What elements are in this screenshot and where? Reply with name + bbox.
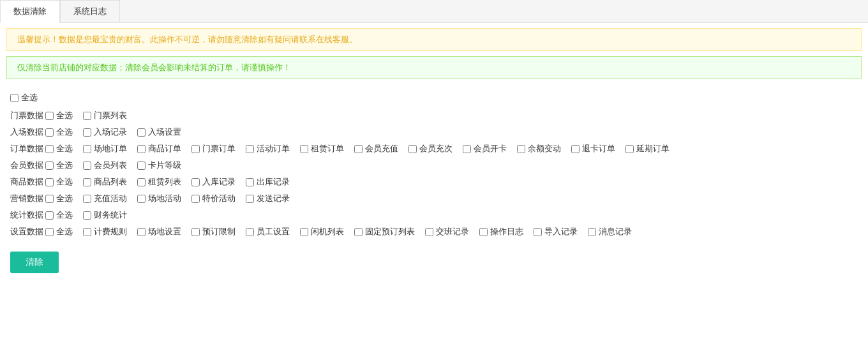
- checkbox-item-order-ticket[interactable]: 门票订单: [191, 143, 236, 154]
- checkbox-item-order-member-card[interactable]: 会员开卡: [463, 143, 507, 154]
- checkbox-label-goods-list: 商品列表: [94, 176, 127, 188]
- checkbox-goods-rental[interactable]: [137, 178, 146, 186]
- checkbox-order-balance[interactable]: [517, 145, 525, 153]
- checkbox-label-member-all: 全选: [56, 160, 73, 171]
- checkbox-order-return-card[interactable]: [571, 145, 580, 153]
- checkbox-item-setting-shift[interactable]: 交班记录: [425, 226, 469, 237]
- checkbox-item-stats-finance[interactable]: 财务统计: [83, 209, 127, 221]
- checkbox-item-goods-out[interactable]: 出库记录: [246, 176, 290, 188]
- checkbox-setting-import[interactable]: [534, 228, 542, 236]
- checkbox-ticket-all[interactable]: [45, 112, 54, 120]
- checkbox-setting-operation-log[interactable]: [479, 228, 488, 236]
- row-label-7: 设置数据: [10, 226, 45, 237]
- checkbox-setting-booking-limit[interactable]: [191, 228, 200, 236]
- checkbox-item-goods-rental[interactable]: 租赁列表: [137, 176, 181, 188]
- checkbox-label-order-return-card: 退卡订单: [582, 143, 615, 154]
- checkbox-item-member-list[interactable]: 会员列表: [83, 160, 127, 171]
- checkbox-marketing-venue[interactable]: [137, 195, 146, 203]
- checkbox-item-order-member-times[interactable]: 会员充次: [408, 143, 453, 154]
- checkbox-order-member-recharge[interactable]: [354, 145, 363, 153]
- checkbox-setting-staff[interactable]: [246, 228, 254, 236]
- checkbox-item-order-return-card[interactable]: 退卡订单: [571, 143, 615, 154]
- checkbox-setting-venue[interactable]: [137, 228, 146, 236]
- checkbox-item-setting-staff[interactable]: 员工设置: [246, 226, 290, 237]
- checkbox-item-order-activity[interactable]: 活动订单: [246, 143, 290, 154]
- select-all-item[interactable]: 全选: [10, 92, 38, 103]
- checkbox-item-setting-all[interactable]: 全选: [45, 226, 73, 237]
- checkbox-item-setting-fixed-booking[interactable]: 固定预订列表: [354, 226, 415, 237]
- checkbox-item-member-all[interactable]: 全选: [45, 160, 73, 171]
- checkbox-item-goods-in[interactable]: 入库记录: [191, 176, 236, 188]
- checkbox-setting-all[interactable]: [45, 228, 54, 236]
- checkbox-item-marketing-discount[interactable]: 特价活动: [191, 193, 236, 204]
- checkbox-item-entry-setting[interactable]: 入场设置: [137, 126, 181, 138]
- tab-system-log[interactable]: 系统日志: [60, 0, 120, 22]
- checkbox-item-marketing-venue[interactable]: 场地活动: [137, 193, 181, 204]
- checkbox-order-all[interactable]: [45, 145, 54, 153]
- checkbox-setting-message[interactable]: [588, 228, 596, 236]
- checkbox-item-order-rental[interactable]: 租赁订单: [300, 143, 344, 154]
- data-row-入场数据: 入场数据全选入场记录入场设置: [10, 126, 858, 138]
- select-all-checkbox[interactable]: [10, 94, 19, 102]
- checkbox-item-marketing-all[interactable]: 全选: [45, 193, 73, 204]
- checkbox-item-order-extend[interactable]: 延期订单: [625, 143, 670, 154]
- checkbox-setting-fixed-booking[interactable]: [354, 228, 363, 236]
- checkbox-label-entry-setting: 入场设置: [148, 126, 181, 138]
- checkbox-order-ticket[interactable]: [191, 145, 200, 153]
- checkbox-member-all[interactable]: [45, 162, 54, 170]
- checkbox-item-order-balance[interactable]: 余额变动: [517, 143, 561, 154]
- checkbox-ticket-list[interactable]: [83, 112, 91, 120]
- checkbox-marketing-recharge[interactable]: [83, 195, 91, 203]
- checkbox-label-goods-rental: 租赁列表: [148, 176, 181, 188]
- checkbox-order-venue[interactable]: [83, 145, 91, 153]
- checkbox-item-order-venue[interactable]: 场地订单: [83, 143, 127, 154]
- checkbox-item-ticket-all[interactable]: 全选: [45, 110, 73, 121]
- checkbox-item-stats-all[interactable]: 全选: [45, 209, 73, 221]
- checkbox-entry-record[interactable]: [83, 128, 91, 137]
- checkbox-order-member-times[interactable]: [408, 145, 417, 153]
- checkbox-marketing-discount[interactable]: [191, 195, 200, 203]
- checkbox-stats-finance[interactable]: [83, 211, 91, 220]
- checkbox-order-rental[interactable]: [300, 145, 308, 153]
- checkbox-setting-idle[interactable]: [300, 228, 308, 236]
- checkbox-item-marketing-send[interactable]: 发送记录: [246, 193, 290, 204]
- checkbox-item-setting-idle[interactable]: 闲机列表: [300, 226, 344, 237]
- checkbox-item-goods-list[interactable]: 商品列表: [83, 176, 127, 188]
- checkbox-member-card-level[interactable]: [137, 162, 146, 170]
- checkbox-item-setting-venue[interactable]: 场地设置: [137, 226, 181, 237]
- checkbox-item-marketing-recharge[interactable]: 充值活动: [83, 193, 127, 204]
- warning-box: 温馨提示！数据是您最宝贵的财富。此操作不可逆，请勿随意清除如有疑问请联系在线客服…: [6, 28, 862, 51]
- checkbox-goods-out[interactable]: [246, 178, 254, 186]
- checkbox-item-order-all[interactable]: 全选: [45, 143, 73, 154]
- checkbox-item-setting-operation-log[interactable]: 操作日志: [479, 226, 523, 237]
- checkbox-item-goods-all[interactable]: 全选: [45, 176, 73, 188]
- checkbox-goods-all[interactable]: [45, 178, 54, 186]
- checkbox-goods-in[interactable]: [191, 178, 200, 186]
- checkbox-item-entry-record[interactable]: 入场记录: [83, 126, 127, 138]
- checkbox-order-goods[interactable]: [137, 145, 146, 153]
- select-all-row: 全选: [10, 92, 858, 103]
- checkbox-item-order-member-recharge[interactable]: 会员充值: [354, 143, 398, 154]
- checkbox-marketing-all[interactable]: [45, 195, 54, 203]
- clear-button[interactable]: 清除: [10, 252, 59, 273]
- checkbox-goods-list[interactable]: [83, 178, 91, 186]
- checkbox-item-member-card-level[interactable]: 卡片等级: [137, 160, 181, 171]
- checkbox-member-list[interactable]: [83, 162, 91, 170]
- checkbox-item-order-goods[interactable]: 商品订单: [137, 143, 181, 154]
- checkbox-order-activity[interactable]: [246, 145, 254, 153]
- checkbox-item-entry-all[interactable]: 全选: [45, 126, 73, 138]
- checkbox-item-setting-fee[interactable]: 计费规则: [83, 226, 127, 237]
- checkbox-setting-shift[interactable]: [425, 228, 433, 236]
- checkbox-stats-all[interactable]: [45, 211, 54, 220]
- checkbox-entry-setting[interactable]: [137, 128, 146, 137]
- checkbox-item-setting-message[interactable]: 消息记录: [588, 226, 632, 237]
- checkbox-order-member-card[interactable]: [463, 145, 471, 153]
- checkbox-marketing-send[interactable]: [246, 195, 254, 203]
- checkbox-item-setting-import[interactable]: 导入记录: [534, 226, 578, 237]
- checkbox-entry-all[interactable]: [45, 128, 54, 137]
- tab-data-clear[interactable]: 数据清除: [0, 0, 60, 23]
- checkbox-item-setting-booking-limit[interactable]: 预订限制: [191, 226, 236, 237]
- checkbox-item-ticket-list[interactable]: 门票列表: [83, 110, 127, 121]
- checkbox-setting-fee[interactable]: [83, 228, 91, 236]
- checkbox-order-extend[interactable]: [625, 145, 634, 153]
